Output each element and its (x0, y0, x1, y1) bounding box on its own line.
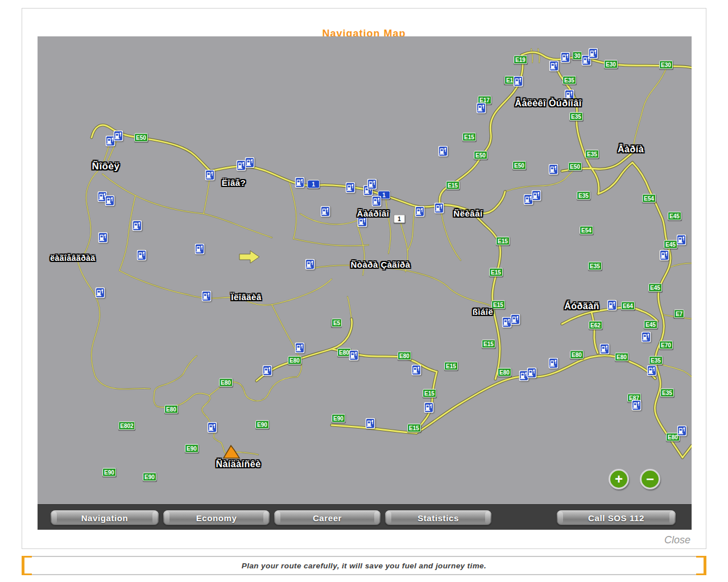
eroad-sign: E45 (644, 321, 657, 329)
zoom-out-button[interactable]: − (640, 469, 660, 489)
fuel-station-icon (647, 365, 657, 376)
fuel-station-icon (477, 103, 486, 114)
fuel-station-icon (133, 221, 142, 231)
bracket-right-icon (696, 556, 706, 575)
city-label: Áóðãàñ (564, 301, 599, 311)
fuel-station-icon (677, 235, 686, 246)
city-label: Ñòàðà Çàãîðà (350, 260, 410, 269)
eroad-sign: E90 (143, 473, 156, 481)
eroad-sign: E30 (659, 61, 673, 69)
tab-statistics[interactable]: Statistics (385, 510, 491, 525)
eroad-sign: E35 (577, 192, 590, 200)
fuel-station-icon (677, 426, 687, 436)
fuel-station-icon (208, 422, 217, 433)
fuel-station-icon (424, 402, 434, 413)
fuel-station-icon (412, 365, 421, 376)
eroad-sign: E35 (562, 76, 576, 85)
eroad-sign: E45 (668, 212, 681, 221)
fuel-station-icon (366, 418, 375, 429)
eroad-sign: E50 (134, 134, 148, 142)
eroad-sign: E45 (648, 284, 662, 292)
bottom-toolbar: Navigation Economy Career Statistics Cal… (38, 504, 692, 530)
fuel-station-icon (98, 232, 108, 243)
fuel-station-icon (549, 164, 559, 175)
eroad-sign: E90 (332, 414, 345, 423)
eroad-sign: E62 (589, 321, 602, 330)
call-sos-button[interactable]: Call SOS 112 (557, 510, 676, 525)
road-number-sign: 1 (394, 215, 405, 223)
bracket-left-icon (22, 556, 32, 575)
eroad-sign: E802 (118, 422, 135, 430)
fuel-station-icon (435, 203, 444, 214)
city-label: Âàðíà (618, 144, 644, 155)
fuel-station-icon (245, 157, 255, 168)
eroad-sign: E15 (444, 362, 458, 371)
fuel-station-icon (202, 291, 212, 302)
fuel-station-icon (195, 244, 205, 255)
city-label: Ñîôèÿ (92, 161, 120, 172)
eroad-sign: E15 (491, 301, 505, 309)
map-markers: E1930E30E30E1E35E17E35E15E50E50E35E50E50… (38, 36, 692, 504)
eroad-sign: E80 (164, 405, 178, 414)
city-label: Ïëîâäèâ (231, 292, 262, 302)
close-button[interactable]: Close (664, 534, 690, 546)
fuel-station-icon (295, 343, 305, 354)
eroad-sign: E50 (474, 151, 487, 160)
eroad-sign: 30 (572, 52, 582, 60)
fuel-station-icon (600, 344, 610, 355)
city-label: ßìáîë (473, 307, 494, 317)
hint-lines: Plan your route carefully, it will save … (32, 556, 696, 575)
eroad-sign: E50 (512, 161, 526, 170)
city-label: Âåëèêî Òúðíîâî (515, 98, 581, 109)
zoom-in-button[interactable]: + (609, 469, 629, 489)
navigation-window: Navigation Map E1930E30E30E1E35E17E35E15… (22, 8, 706, 549)
eroad-sign: E45 (664, 240, 677, 249)
eroad-sign: E15 (423, 389, 436, 398)
fuel-station-icon (589, 48, 598, 59)
fuel-station-icon (607, 300, 617, 311)
hint-bar: Plan your route carefully, it will save … (22, 556, 706, 575)
eroad-sign: E80 (498, 368, 511, 377)
eroad-sign: E80 (288, 356, 301, 365)
fuel-station-icon (114, 131, 123, 142)
city-label: Ñëèâåí (453, 209, 482, 218)
eroad-sign: E7 (674, 310, 684, 318)
city-label: ëàãîåâãðàä (50, 253, 96, 263)
city-label: Ãàáðîâî (357, 209, 390, 218)
fuel-station-icon (305, 259, 315, 270)
fuel-station-icon (205, 170, 215, 181)
eroad-sign: E5 (332, 319, 342, 327)
eroad-sign: E35 (569, 113, 583, 121)
map-canvas[interactable]: E1930E30E30E1E35E17E35E15E50E50E35E50E50… (38, 36, 692, 530)
fuel-station-icon (263, 365, 272, 376)
fuel-station-icon (549, 61, 559, 72)
eroad-sign: E15 (489, 268, 503, 277)
fuel-station-icon (415, 206, 425, 217)
eroad-sign: E90 (185, 444, 198, 453)
eroad-sign: E15 (482, 340, 495, 348)
fuel-station-icon (660, 250, 669, 261)
eroad-sign: E80 (615, 353, 628, 361)
player-marker-icon (222, 444, 241, 462)
eroad-sign: E80 (398, 352, 411, 360)
eroad-sign: E64 (621, 302, 635, 310)
city-label: Ëîâå? (222, 178, 246, 188)
fuel-station-icon (367, 179, 377, 190)
fuel-station-icon (295, 177, 305, 188)
tab-career[interactable]: Career (274, 510, 380, 525)
fuel-station-icon (349, 350, 359, 361)
fuel-station-icon (137, 250, 147, 261)
eroad-sign: E30 (604, 60, 618, 69)
eroad-sign: E90 (255, 421, 269, 429)
eroad-sign: E15 (496, 237, 510, 246)
fuel-station-icon (561, 52, 570, 63)
tab-economy[interactable]: Economy (163, 510, 270, 525)
eroad-sign: E70 (659, 341, 673, 350)
eroad-sign: E50 (568, 163, 582, 171)
eroad-sign: E54 (580, 226, 593, 235)
tab-navigation[interactable]: Navigation (51, 510, 159, 525)
eroad-sign: E54 (642, 194, 656, 203)
eroad-sign: E15 (407, 424, 421, 433)
fuel-station-icon (439, 146, 448, 157)
eroad-sign: E19 (514, 56, 527, 64)
